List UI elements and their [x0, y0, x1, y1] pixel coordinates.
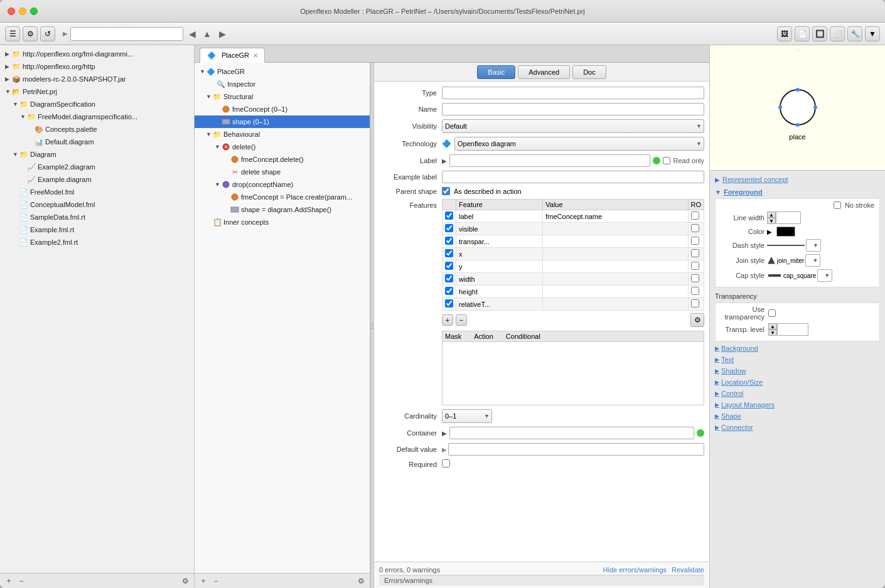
tree-item-example2-diagram[interactable]: 📈 Example2.diagram	[0, 161, 194, 173]
feature-cb-width[interactable]	[445, 274, 453, 282]
struct-item-structural[interactable]: ▼ 📁 Structural	[195, 90, 370, 103]
label-readonly-cb[interactable]	[663, 157, 670, 164]
struct-item-delete-shape[interactable]: ✂ delete shape	[195, 166, 370, 178]
feature-ro-height[interactable]	[691, 287, 699, 295]
icon-btn-3[interactable]: 🔲	[812, 26, 827, 41]
settings-btn[interactable]: ⚙	[23, 26, 38, 41]
section-shadow-title[interactable]: ▶ Shadow	[715, 366, 880, 375]
transp-stepper-up-btn[interactable]: ▲	[768, 323, 777, 329]
section-layout-title[interactable]: ▶ Layout Managers	[715, 400, 880, 409]
tree-item-example-diagram[interactable]: 📈 Example.diagram	[0, 173, 194, 186]
tab-close-btn[interactable]: ✕	[253, 52, 258, 59]
remove-btn[interactable]: −	[16, 576, 26, 586]
struct-item-fmeconcept-create[interactable]: fmeConcept = Place.create(param...	[195, 191, 370, 203]
section-background-title[interactable]: ▶ Background	[715, 344, 880, 353]
feature-cb-label[interactable]	[445, 211, 453, 220]
stepper-down-btn[interactable]: ▼	[767, 218, 776, 224]
tab-placegr[interactable]: 🔷 PlaceGR ✕	[200, 48, 265, 63]
settings-footer-btn[interactable]: ⚙	[180, 576, 190, 586]
struct-item-inner[interactable]: 📋 Inner concepts	[195, 216, 370, 228]
name-input[interactable]: shape	[442, 103, 704, 115]
nav-up-btn[interactable]: ▲	[201, 28, 213, 40]
tree-item-sampledata[interactable]: 📄 SampleData.fml.rt	[0, 211, 194, 223]
feature-ro-relative[interactable]	[691, 299, 699, 307]
struct-item-behavioural[interactable]: ▼ 📁 Behavioural	[195, 128, 370, 141]
icon-btn-2[interactable]: 📄	[795, 26, 810, 41]
feature-cb-relative[interactable]	[445, 299, 453, 307]
dash-style-select[interactable]	[806, 239, 821, 252]
refresh-btn[interactable]: ↺	[40, 26, 55, 41]
tree-item-freemodel-fml[interactable]: 📄 FreeModel.fml	[0, 186, 194, 198]
tab-doc[interactable]: Doc	[572, 65, 606, 79]
struct-item-drop[interactable]: ▼ drop(conceptName)	[195, 178, 370, 191]
struct-item-shape[interactable]: shape (0–1)	[195, 115, 370, 128]
tree-item-default-diagram[interactable]: 📊 Default.diagram	[0, 136, 194, 148]
use-transparency-checkbox[interactable]	[768, 309, 776, 317]
cardinality-select[interactable]: 0–1 0..* 1 1..*	[442, 409, 492, 423]
tree-item-freemodel-ds[interactable]: ▼ 📁 FreeModel.diagramspecificatio...	[0, 110, 194, 123]
color-swatch[interactable]	[776, 227, 795, 237]
icon-btn-5[interactable]: 🔧	[847, 26, 862, 41]
tree-item-conceptual-fml[interactable]: 📄 ConceptualModel.fml	[0, 198, 194, 211]
stepper-up-btn[interactable]: ▲	[767, 211, 776, 218]
struct-tree-content[interactable]: ▼ 🔷 PlaceGR 🔍 Inspector	[195, 63, 370, 573]
feature-ro-label[interactable]	[691, 211, 699, 220]
struct-settings-btn[interactable]: ⚙	[356, 576, 366, 586]
features-add-btn[interactable]: +	[442, 314, 453, 326]
tree-item-example-rt[interactable]: 📄 Example.fml.rt	[0, 223, 194, 236]
section-connector-title[interactable]: ▶ Connector	[715, 423, 880, 432]
section-represented-concept-label[interactable]: Represented concept	[722, 176, 788, 183]
default-value-input[interactable]	[448, 443, 704, 456]
section-background-label[interactable]: Background	[721, 345, 758, 352]
container-input[interactable]: diagram	[449, 427, 694, 439]
transp-stepper-down-btn[interactable]: ▼	[768, 329, 777, 336]
example-label-input[interactable]: place	[442, 171, 704, 183]
maximize-button[interactable]	[30, 8, 38, 15]
nav-forward-btn[interactable]: ▶	[216, 28, 228, 40]
line-width-input[interactable]: 1	[776, 211, 801, 224]
breadcrumb-input[interactable]: PetriNet	[70, 27, 183, 41]
section-shadow-label[interactable]: Shadow	[721, 367, 746, 375]
transp-level-input[interactable]: 0.5	[777, 323, 808, 336]
technology-select[interactable]: Openflexo diagram	[454, 137, 704, 151]
icon-btn-6[interactable]: ▼	[865, 26, 880, 41]
struct-item-delete[interactable]: ▼ ✕ delete()	[195, 141, 370, 153]
section-shape-title[interactable]: ▶ Shape	[715, 412, 880, 420]
visibility-select[interactable]: Default Public Protected Private	[442, 119, 704, 133]
add-btn[interactable]: +	[4, 576, 14, 586]
feature-ro-visible[interactable]	[691, 224, 699, 232]
section-location-title[interactable]: ▶ Location/Size	[715, 378, 880, 387]
section-foreground-label[interactable]: Foreground	[724, 188, 763, 196]
tree-item-concepts-palette[interactable]: 🎨 Concepts.palette	[0, 123, 194, 136]
tree-item-fml-diagrammi[interactable]: ▶ 📁 http://openflexo.org/fml-diagrammi..…	[0, 48, 194, 60]
parent-shape-cb[interactable]	[442, 187, 450, 195]
feature-ro-x[interactable]	[691, 249, 699, 257]
no-stroke-checkbox[interactable]	[834, 201, 841, 209]
section-control-title[interactable]: ▶ Control	[715, 389, 880, 398]
icon-btn-4[interactable]: ⬜	[830, 26, 845, 41]
struct-item-placegr[interactable]: ▼ 🔷 PlaceGR	[195, 65, 370, 78]
section-text-title[interactable]: ▶ Text	[715, 355, 880, 364]
required-checkbox[interactable]	[442, 459, 450, 468]
close-button[interactable]	[8, 8, 15, 15]
icon-btn-1[interactable]: 🖼	[777, 26, 792, 41]
type-input[interactable]: ShapeRole	[442, 87, 704, 99]
section-represented-concept-title[interactable]: ▶ Represented concept	[715, 174, 880, 184]
nav-back-btn[interactable]: ◀	[186, 28, 198, 40]
toggle-left-btn[interactable]: ☰	[5, 26, 20, 41]
struct-item-fmeconcept-delete[interactable]: fmeConcept.delete()	[195, 153, 370, 166]
feature-cb-visible[interactable]	[445, 224, 453, 232]
tree-item-example2-rt[interactable]: 📄 Example2.fml.rt	[0, 236, 194, 249]
feature-cb-x[interactable]	[445, 249, 453, 257]
tree-item-http[interactable]: ▶ 📁 http://openflexo.org/http	[0, 60, 194, 73]
feature-ro-transparent[interactable]	[691, 237, 699, 245]
struct-remove-btn[interactable]: −	[211, 576, 221, 586]
feature-cb-height[interactable]	[445, 287, 453, 295]
features-remove-btn[interactable]: −	[456, 314, 467, 326]
tree-item-diagram-folder[interactable]: ▼ 📁 Diagram	[0, 148, 194, 161]
struct-item-shape-add[interactable]: shape = diagram.AddShape()	[195, 203, 370, 216]
revalidate-link[interactable]: Revalidate	[672, 566, 704, 574]
section-connector-label[interactable]: Connector	[721, 424, 753, 431]
tab-basic[interactable]: Basic	[477, 65, 515, 79]
struct-item-fmeconcept[interactable]: fmeConcept (0–1)	[195, 103, 370, 115]
